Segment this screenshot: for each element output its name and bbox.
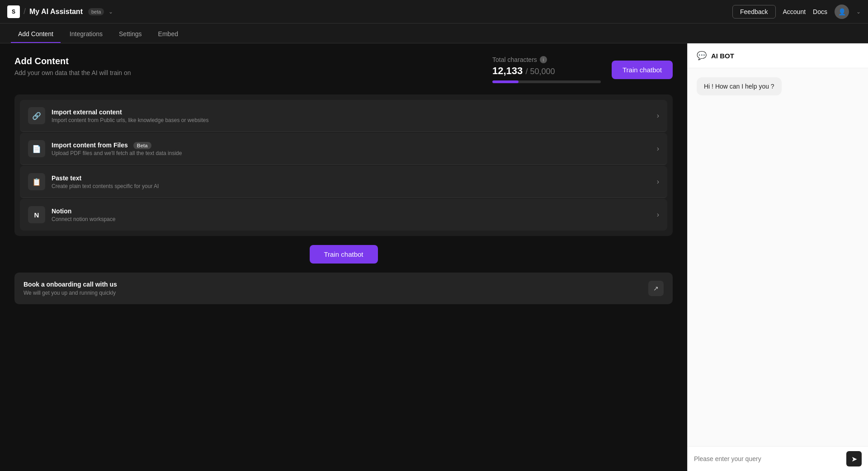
- feedback-button[interactable]: Feedback: [732, 5, 775, 19]
- main-layout: Add Content Add your own data that the A…: [0, 43, 868, 471]
- import-files-content-item[interactable]: 📄 Import content from Files Beta Upload …: [20, 133, 667, 165]
- paste-text-text: Paste text Create plain text contents sp…: [52, 174, 651, 189]
- tab-embed[interactable]: Embed: [151, 26, 185, 43]
- import-external-icon: 🔗: [28, 107, 45, 124]
- import-external-desc: Import content from Public urls, like kn…: [52, 117, 651, 123]
- bot-chat-icon: 💬: [697, 51, 707, 61]
- notion-title: Notion: [52, 207, 651, 215]
- import-files-desc: Upload PDF files and we'll fetch all the…: [52, 150, 651, 156]
- beta-badge: beta: [88, 8, 104, 15]
- notion-desc: Connect notion workspace: [52, 216, 651, 222]
- tab-integrations[interactable]: Integrations: [62, 26, 110, 43]
- nav-left: S / My AI Assistant beta ⌄: [7, 5, 113, 18]
- bot-header: 💬 AI BOT: [688, 43, 868, 68]
- bot-title: AI BOT: [711, 52, 734, 60]
- tab-add-content[interactable]: Add Content: [11, 26, 61, 43]
- paste-text-content-item[interactable]: 📋 Paste text Create plain text contents …: [20, 166, 667, 198]
- import-external-text: Import external content Import content f…: [52, 108, 651, 123]
- import-files-icon: 📄: [28, 140, 45, 157]
- char-label: Total characters i: [492, 56, 601, 63]
- notion-arrow-icon: ›: [657, 211, 659, 219]
- import-external-arrow-icon: ›: [657, 112, 659, 120]
- info-icon: i: [540, 56, 547, 63]
- app-chevron-icon[interactable]: ⌄: [108, 9, 113, 15]
- onboarding-desc: We will get you up and running quickly: [24, 290, 117, 296]
- character-counter-block: Total characters i 12,133 / 50,000: [492, 56, 601, 83]
- paste-text-arrow-icon: ›: [657, 178, 659, 186]
- top-navigation: S / My AI Assistant beta ⌄ Feedback Acco…: [0, 0, 868, 24]
- section-heading: Add Content Add your own data that the A…: [14, 56, 131, 85]
- logo-icon: S: [7, 5, 20, 18]
- paste-text-title: Paste text: [52, 174, 651, 182]
- files-beta-badge: Beta: [133, 142, 151, 149]
- send-message-button[interactable]: ➤: [846, 451, 862, 466]
- onboarding-card[interactable]: Book a onboarding call with us We will g…: [14, 273, 673, 304]
- nav-right: Feedback Account Docs 👤 ⌄: [732, 5, 861, 19]
- external-link-icon: ↗: [648, 281, 664, 296]
- onboarding-text: Book a onboarding call with us We will g…: [24, 281, 117, 296]
- docs-link[interactable]: Docs: [813, 8, 827, 15]
- account-link[interactable]: Account: [783, 8, 806, 15]
- profile-chevron-icon[interactable]: ⌄: [856, 9, 861, 15]
- import-files-text: Import content from Files Beta Upload PD…: [52, 141, 651, 156]
- import-files-title: Import content from Files Beta: [52, 141, 651, 149]
- tab-bar: Add Content Integrations Settings Embed: [0, 24, 868, 43]
- bot-input-area: ➤: [688, 446, 868, 471]
- left-panel: Add Content Add your own data that the A…: [0, 43, 687, 471]
- avatar[interactable]: 👤: [835, 5, 849, 19]
- app-title: My AI Assistant: [29, 8, 83, 16]
- section-subtitle: Add your own data that the AI will train…: [14, 69, 131, 76]
- progress-bar-fill: [492, 80, 519, 83]
- progress-bar-track: [492, 80, 601, 83]
- notion-text: Notion Connect notion workspace: [52, 207, 651, 222]
- train-chatbot-top-button[interactable]: Train chatbot: [612, 61, 673, 79]
- notion-icon: N: [28, 206, 45, 223]
- section-title: Add Content: [14, 56, 131, 66]
- import-external-title: Import external content: [52, 108, 651, 116]
- bot-query-input[interactable]: [694, 455, 843, 462]
- import-files-arrow-icon: ›: [657, 145, 659, 153]
- char-numbers: 12,133 / 50,000: [492, 65, 601, 77]
- onboarding-title: Book a onboarding call with us: [24, 281, 117, 288]
- nav-separator: /: [24, 7, 26, 16]
- top-section: Add Content Add your own data that the A…: [14, 56, 673, 85]
- char-and-train: Total characters i 12,133 / 50,000 Train…: [492, 56, 673, 83]
- bot-messages-area: Hi ! How can I help you ?: [688, 68, 868, 446]
- content-items-container: 🔗 Import external content Import content…: [14, 94, 673, 236]
- bot-greeting-bubble: Hi ! How can I help you ?: [697, 77, 782, 95]
- paste-text-icon: 📋: [28, 173, 45, 190]
- import-external-content-item[interactable]: 🔗 Import external content Import content…: [20, 100, 667, 132]
- tab-settings[interactable]: Settings: [112, 26, 149, 43]
- notion-content-item[interactable]: N Notion Connect notion workspace ›: [20, 199, 667, 231]
- train-chatbot-center-button[interactable]: Train chatbot: [310, 245, 378, 264]
- paste-text-desc: Create plain text contents specific for …: [52, 183, 651, 189]
- ai-bot-panel: 💬 AI BOT Hi ! How can I help you ? ➤: [687, 43, 868, 471]
